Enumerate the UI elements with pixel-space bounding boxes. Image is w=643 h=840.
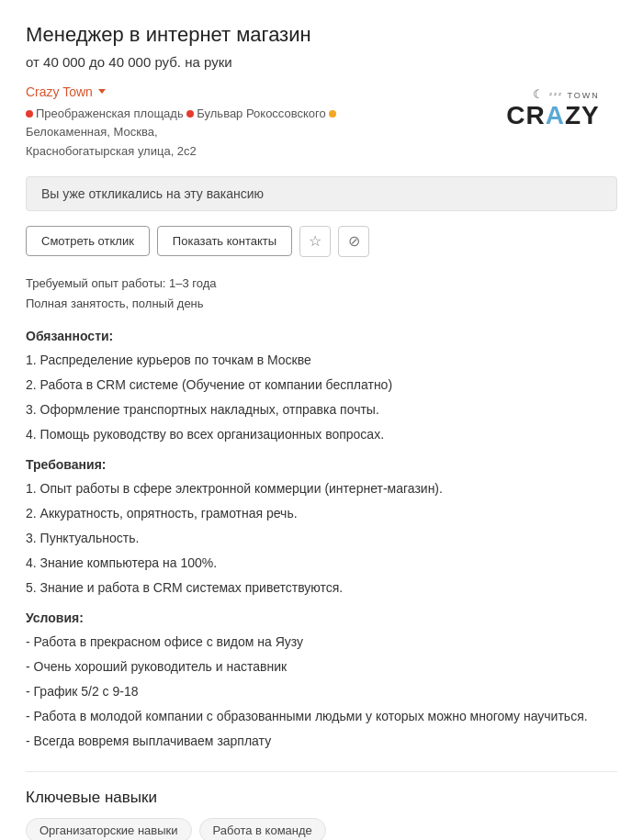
list-item: 3. Пунктуальность. [26, 529, 617, 548]
list-item: 2. Аккуратность, опрятность, грамотная р… [26, 504, 617, 523]
list-item: 3. Оформление транспортных накладных, от… [26, 400, 617, 420]
list-item: 1. Распределение курьеров по точкам в Мо… [26, 351, 617, 370]
chevron-down-icon [98, 89, 106, 94]
list-item: 1. Опыт работы в сфере электронной комме… [26, 479, 617, 498]
view-response-button[interactable]: Смотреть отклик [26, 226, 150, 256]
company-logo: ☾ ᶻᶻᶻ TOWN CRAZY [489, 81, 617, 136]
duties-section: Обязанности: 1. Распределение курьеров п… [26, 329, 617, 444]
list-item: 2. Работа в CRM системе (Обучение от ком… [26, 375, 617, 395]
list-item: - Очень хороший руководитель и наставник [26, 657, 617, 677]
list-item: - Всегда вовремя выплачиваем зарплату [26, 732, 617, 751]
list-item: - Работа в молодой компании с образованн… [26, 707, 617, 726]
company-row: Crazy Town Преображенская площадь Бульва… [26, 84, 617, 162]
location-2: Бульвар Рокоссовского [197, 106, 325, 120]
location-dot-3 [329, 110, 336, 118]
moon-icon: ☾ [533, 87, 546, 101]
list-item: 4. Помощь руководству во всех организаци… [26, 425, 617, 444]
skill-tag: Работа в команде [199, 818, 326, 840]
location-3: Белокаменная, Москва, [26, 125, 158, 139]
list-item: 5. Знание и работа в CRM системах привет… [26, 578, 617, 598]
logo-top-text: ☾ ᶻᶻᶻ TOWN [506, 87, 599, 101]
conditions-title: Условия: [26, 610, 617, 625]
skill-tag: Организаторские навыки [26, 818, 192, 840]
company-name-text: Crazy Town [26, 84, 93, 99]
job-title: Менеджер в интернет магазин [26, 22, 617, 49]
applied-banner: Вы уже откликались на эту вакансию [26, 176, 617, 211]
block-icon: ⊘ [348, 232, 360, 250]
conditions-section: Условия: - Работа в прекрасном офисе с в… [26, 610, 617, 751]
list-item: 4. Знание компьютера на 100%. [26, 554, 617, 573]
company-name-link[interactable]: Crazy Town [26, 84, 106, 99]
block-button[interactable]: ⊘ [338, 226, 369, 257]
requirements-section: Требования: 1. Опыт работы в сфере элект… [26, 457, 617, 598]
list-item: - График 5/2 с 9-18 [26, 682, 617, 701]
company-info: Crazy Town Преображенская площадь Бульва… [26, 84, 412, 162]
experience-text: Требуемый опыт работы: 1–3 года [26, 274, 617, 294]
salary: от 40 000 до 40 000 руб. на руки [26, 54, 617, 70]
requirements-list: 1. Опыт работы в сфере электронной комме… [26, 479, 617, 598]
star-icon: ☆ [309, 232, 322, 250]
meta-info: Требуемый опыт работы: 1–3 года Полная з… [26, 274, 617, 314]
schedule-text: Полная занятость, полный день [26, 294, 617, 314]
list-item: - Работа в прекрасном офисе с видом на Я… [26, 633, 617, 652]
duties-list: 1. Распределение курьеров по точкам в Мо… [26, 351, 617, 444]
location-dot-1 [26, 110, 33, 118]
location-1: Преображенская площадь [36, 106, 184, 120]
logo-main-text: CRAZY [506, 103, 599, 129]
locations: Преображенская площадь Бульвар Рокоссовс… [26, 105, 412, 162]
action-row: Смотреть отклик Показать контакты ☆ ⊘ [26, 226, 617, 257]
skills-tags: Организаторские навыкиРабота в команде [26, 818, 617, 840]
duties-title: Обязанности: [26, 329, 617, 343]
show-contacts-button[interactable]: Показать контакты [157, 226, 292, 256]
skills-title: Ключевые навыки [26, 789, 617, 807]
skills-section: Ключевые навыки Организаторские навыкиРа… [26, 771, 617, 840]
location-dot-2 [186, 110, 194, 118]
conditions-list: - Работа в прекрасном офисе с видом на Я… [26, 633, 617, 751]
location-line2: Краснобогатырская улица, 2с2 [26, 144, 197, 158]
requirements-title: Требования: [26, 457, 617, 472]
favorite-button[interactable]: ☆ [299, 226, 331, 257]
